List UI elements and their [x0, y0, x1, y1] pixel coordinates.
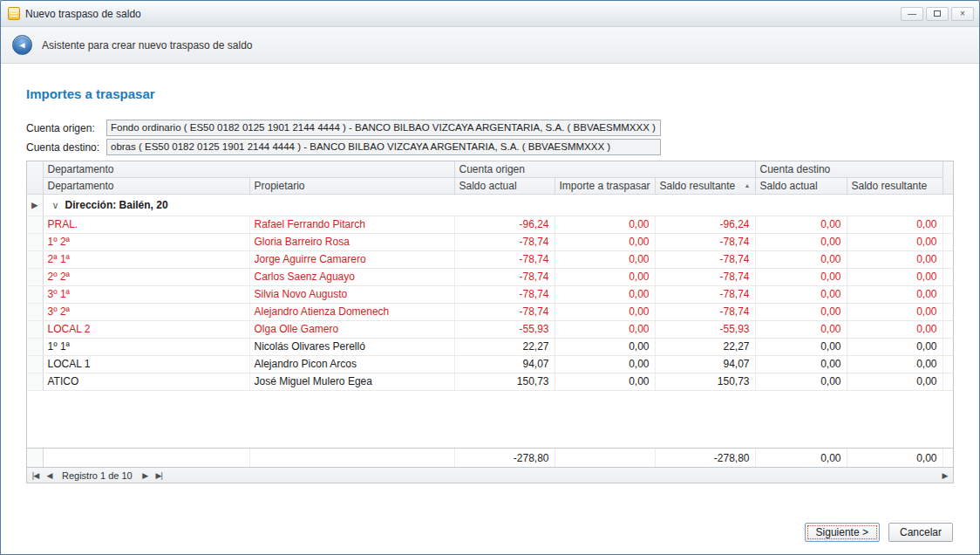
collapse-icon[interactable]: ∨ — [52, 200, 59, 210]
band-cuenta-origen[interactable]: Cuenta origen — [454, 161, 755, 177]
cell-importe-a-traspasar[interactable]: 0,00 — [555, 338, 655, 355]
cell-importe-a-traspasar[interactable]: 0,00 — [555, 268, 655, 285]
cell-importe-a-traspasar[interactable]: 0,00 — [555, 355, 655, 373]
cell-departamento[interactable]: ATICO — [43, 373, 249, 390]
table-row[interactable]: 1º 1ª Nicolás Olivares Perelló 22,27 0,0… — [27, 338, 953, 355]
cell-dest-saldo-resultante[interactable]: 0,00 — [847, 216, 943, 233]
table-row[interactable]: 1º 2ª Gloria Barreiro Rosa -78,74 0,00 -… — [27, 233, 953, 250]
cuenta-origen-field[interactable]: Fondo ordinario ( ES50 0182 0125 1901 21… — [106, 120, 661, 136]
titlebar[interactable]: Nuevo traspaso de saldo — × — [1, 1, 979, 27]
cell-departamento[interactable]: 1º 2ª — [43, 233, 249, 250]
cell-departamento[interactable]: 3º 2ª — [43, 303, 249, 320]
group-row[interactable]: ▶ ∨Dirección: Bailén, 20 — [27, 194, 953, 216]
cell-saldo-actual[interactable]: -78,74 — [454, 268, 555, 285]
cell-dest-saldo-resultante[interactable]: 0,00 — [847, 233, 943, 250]
siguiente-button[interactable]: Siguiente > — [805, 523, 880, 542]
cell-propietario[interactable]: Nicolás Olivares Perelló — [249, 338, 454, 355]
table-row[interactable]: LOCAL 2 Olga Olle Gamero -55,93 0,00 -55… — [27, 320, 953, 338]
cell-propietario[interactable]: Rafael Ferrando Pitarch — [249, 216, 454, 233]
cell-importe-a-traspasar[interactable]: 0,00 — [555, 303, 655, 320]
scroll-right-button[interactable]: ▶ — [938, 471, 951, 480]
cell-dest-saldo-actual[interactable]: 0,00 — [755, 268, 847, 285]
cell-dest-saldo-resultante[interactable]: 0,00 — [847, 338, 943, 355]
cell-saldo-resultante[interactable]: -78,74 — [655, 250, 755, 268]
cell-saldo-actual[interactable]: -78,74 — [454, 233, 555, 250]
col-importe-a-traspasar[interactable]: Importe a traspasar — [555, 177, 655, 194]
col-saldo-actual[interactable]: Saldo actual — [454, 177, 555, 194]
cell-departamento[interactable]: 3º 1ª — [43, 285, 249, 303]
cell-saldo-actual[interactable]: -78,74 — [454, 285, 555, 303]
table-row[interactable]: PRAL. Rafael Ferrando Pitarch -96,24 0,0… — [27, 216, 953, 233]
cell-importe-a-traspasar[interactable]: 0,00 — [555, 285, 655, 303]
cell-saldo-resultante[interactable]: -78,74 — [655, 303, 755, 320]
cuenta-destino-field[interactable]: obras ( ES50 0182 0125 1901 2144 4444 ) … — [106, 139, 661, 155]
cell-saldo-actual[interactable]: -55,93 — [454, 320, 555, 338]
cell-propietario[interactable]: Carlos Saenz Aguayo — [249, 268, 454, 285]
cell-dest-saldo-actual[interactable]: 0,00 — [755, 285, 847, 303]
cell-propietario[interactable]: Alejandro Atienza Domenech — [249, 303, 454, 320]
cell-departamento[interactable]: LOCAL 1 — [43, 355, 249, 373]
group-row-cell[interactable]: ∨Dirección: Bailén, 20 — [43, 194, 953, 216]
table-row[interactable]: 3º 1ª Silvia Novo Augusto -78,74 0,00 -7… — [27, 285, 953, 303]
first-record-button[interactable]: |◀ — [29, 471, 42, 480]
cell-dest-saldo-resultante[interactable]: 0,00 — [847, 303, 943, 320]
cell-saldo-resultante[interactable]: 22,27 — [655, 338, 755, 355]
cell-saldo-resultante[interactable]: -78,74 — [655, 285, 755, 303]
cell-saldo-actual[interactable]: 22,27 — [454, 338, 555, 355]
cell-saldo-resultante[interactable]: -96,24 — [655, 216, 755, 233]
cell-departamento[interactable]: LOCAL 2 — [43, 320, 249, 338]
cell-importe-a-traspasar[interactable]: 0,00 — [555, 216, 655, 233]
table-row[interactable]: 2º 2ª Carlos Saenz Aguayo -78,74 0,00 -7… — [27, 268, 953, 285]
cell-dest-saldo-resultante[interactable]: 0,00 — [847, 268, 943, 285]
next-record-button[interactable]: ▶ — [139, 471, 152, 480]
cell-importe-a-traspasar[interactable]: 0,00 — [555, 373, 655, 390]
col-departamento[interactable]: Departamento — [43, 177, 249, 194]
cancelar-button[interactable]: Cancelar — [888, 523, 953, 542]
cell-saldo-actual[interactable]: 94,07 — [454, 355, 555, 373]
cell-propietario[interactable]: Olga Olle Gamero — [249, 320, 454, 338]
cell-saldo-actual[interactable]: -78,74 — [454, 250, 555, 268]
cell-dest-saldo-actual[interactable]: 0,00 — [755, 250, 847, 268]
cell-departamento[interactable]: 1º 1ª — [43, 338, 249, 355]
table-row[interactable]: ATICO José Miguel Mulero Egea 150,73 0,0… — [27, 373, 953, 390]
restore-button[interactable] — [926, 7, 949, 21]
col-dest-saldo-resultante[interactable]: Saldo resultante — [847, 177, 943, 194]
table-row[interactable]: 3º 2ª Alejandro Atienza Domenech -78,74 … — [27, 303, 953, 320]
cell-dest-saldo-actual[interactable]: 0,00 — [755, 320, 847, 338]
cell-saldo-actual[interactable]: -78,74 — [454, 303, 555, 320]
table-row[interactable]: LOCAL 1 Alejandro Picon Arcos 94,07 0,00… — [27, 355, 953, 373]
last-record-button[interactable]: ▶| — [153, 471, 166, 480]
cell-dest-saldo-actual[interactable]: 0,00 — [755, 233, 847, 250]
cell-dest-saldo-resultante[interactable]: 0,00 — [847, 285, 943, 303]
col-dest-saldo-actual[interactable]: Saldo actual — [755, 177, 847, 194]
cell-saldo-actual[interactable]: -96,24 — [454, 216, 555, 233]
minimize-button[interactable]: — — [901, 7, 923, 21]
back-button[interactable]: ◄ — [12, 35, 32, 55]
cell-dest-saldo-resultante[interactable]: 0,00 — [847, 250, 943, 268]
cell-importe-a-traspasar[interactable]: 0,00 — [555, 320, 655, 338]
cell-saldo-resultante[interactable]: -55,93 — [655, 320, 755, 338]
horizontal-scrollbar[interactable] — [167, 468, 937, 483]
col-saldo-resultante[interactable]: Saldo resultante ▲ — [655, 177, 755, 194]
cell-dest-saldo-actual[interactable]: 0,00 — [755, 216, 847, 233]
cell-dest-saldo-actual[interactable]: 0,00 — [755, 355, 847, 373]
cell-dest-saldo-resultante[interactable]: 0,00 — [847, 320, 943, 338]
cell-saldo-resultante[interactable]: -78,74 — [655, 268, 755, 285]
cell-importe-a-traspasar[interactable]: 0,00 — [555, 233, 655, 250]
cell-importe-a-traspasar[interactable]: 0,00 — [555, 250, 655, 268]
cell-propietario[interactable]: Jorge Aguirre Camarero — [249, 250, 454, 268]
cell-dest-saldo-actual[interactable]: 0,00 — [755, 373, 847, 390]
cell-dest-saldo-actual[interactable]: 0,00 — [755, 338, 847, 355]
close-button[interactable]: × — [951, 7, 974, 21]
cell-dest-saldo-actual[interactable]: 0,00 — [755, 303, 847, 320]
cell-departamento[interactable]: PRAL. — [43, 216, 249, 233]
cell-propietario[interactable]: Gloria Barreiro Rosa — [249, 233, 454, 250]
cell-dest-saldo-resultante[interactable]: 0,00 — [847, 355, 943, 373]
band-cuenta-destino[interactable]: Cuenta destino — [755, 161, 943, 177]
cell-saldo-resultante[interactable]: 94,07 — [655, 355, 755, 373]
cell-propietario[interactable]: Alejandro Picon Arcos — [249, 355, 454, 373]
cell-saldo-resultante[interactable]: 150,73 — [655, 373, 755, 390]
table-row[interactable]: 2ª 1ª Jorge Aguirre Camarero -78,74 0,00… — [27, 250, 953, 268]
cell-saldo-actual[interactable]: 150,73 — [454, 373, 555, 390]
cell-saldo-resultante[interactable]: -78,74 — [655, 233, 755, 250]
